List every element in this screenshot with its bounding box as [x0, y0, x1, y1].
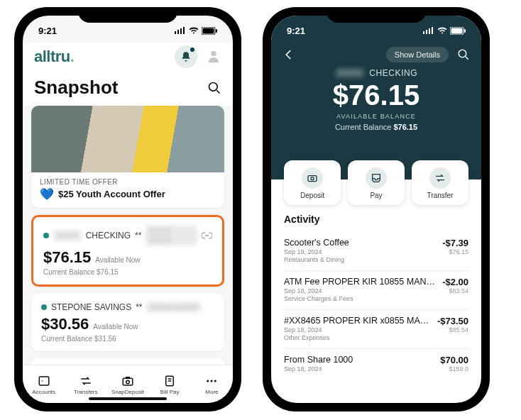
- transaction-row[interactable]: #XX8465 PROPER KIR x0855 MANCHESTER RD S…: [284, 310, 468, 349]
- account-card-savings-1[interactable]: STEPONE SAVINGS ** XXXX-XXXX $30.56 Avai…: [31, 294, 224, 351]
- account-card-savings-2[interactable]: STEP ONE SAVINGS $20.00: [31, 358, 224, 365]
- battery-icon: [202, 27, 217, 35]
- transaction-row[interactable]: Scooter's Coffee Sep 19, 2024 Restaurant…: [284, 232, 468, 271]
- status-dot-icon: [43, 233, 49, 238]
- offer-eyebrow: LIMITED TIME OFFER: [40, 178, 216, 186]
- heart-icon: 💙: [40, 187, 54, 201]
- svg-point-8: [209, 82, 218, 91]
- phone-left: 9:21 alltru. Snapshot: [14, 7, 241, 411]
- action-deposit[interactable]: Deposit: [284, 160, 341, 205]
- transaction-title: #XX8465 PROPER KIR x0855 MANCHESTER RD S…: [284, 316, 432, 326]
- inbox-icon: [371, 172, 382, 184]
- link-icon: [202, 231, 212, 240]
- svg-rect-21: [423, 31, 424, 34]
- transfers-icon: [79, 375, 92, 387]
- transaction-title: ATM Fee PROPER KIR 10855 MANCHESTER RD S…: [284, 277, 437, 287]
- svg-line-29: [466, 57, 468, 60]
- tab-accounts[interactable]: Accounts: [23, 375, 65, 395]
- available-label: Available Now: [95, 256, 140, 264]
- quick-actions: Deposit Pay Transfer: [271, 160, 481, 205]
- billpay-icon: [163, 375, 176, 387]
- activity-section[interactable]: Activity Scooter's Coffee Sep 19, 2024 R…: [271, 179, 481, 403]
- status-icons: [423, 27, 466, 35]
- svg-rect-12: [123, 378, 133, 385]
- show-details-button[interactable]: Show Details: [386, 47, 449, 62]
- svg-point-18: [207, 380, 209, 382]
- wifi-icon: [437, 27, 447, 34]
- account-card-checking[interactable]: XXXX CHECKING ** XXXX XXXX $76.15 Availa…: [31, 215, 224, 287]
- content-scroll[interactable]: LIMITED TIME OFFER 💙 $25 Youth Account O…: [23, 106, 233, 365]
- svg-point-7: [211, 51, 216, 56]
- svg-rect-0: [175, 31, 176, 34]
- battery-icon: [450, 27, 466, 35]
- account-amount: $30.56: [41, 315, 89, 333]
- transaction-balance: $76.15: [442, 248, 468, 255]
- account-prefix-redacted: XXXX: [335, 68, 365, 78]
- home-indicator[interactable]: [89, 397, 167, 400]
- svg-rect-6: [216, 29, 217, 33]
- svg-rect-1: [177, 30, 179, 34]
- svg-rect-30: [308, 176, 317, 182]
- transaction-title: From Share 1000: [284, 355, 434, 365]
- title-row: Snapshot: [23, 74, 233, 106]
- notifications-button[interactable]: [175, 45, 197, 68]
- transaction-title: Scooter's Coffee: [284, 238, 437, 248]
- notification-badge: [190, 48, 194, 52]
- offer-card[interactable]: LIMITED TIME OFFER 💙 $25 Youth Account O…: [31, 106, 224, 208]
- back-button[interactable]: [283, 48, 295, 61]
- profile-button[interactable]: [206, 49, 221, 65]
- status-time: 9:21: [38, 26, 57, 36]
- svg-point-11: [42, 380, 43, 382]
- svg-rect-22: [426, 30, 427, 34]
- account-amount: $76.15: [43, 248, 91, 267]
- page-title: Snapshot: [34, 77, 118, 99]
- available-label: Available Now: [93, 323, 138, 331]
- transaction-row[interactable]: ATM Fee PROPER KIR 10855 MANCHESTER RD S…: [284, 271, 468, 310]
- status-dot-icon: [41, 304, 47, 310]
- transaction-balance: $85.54: [437, 326, 468, 333]
- svg-line-9: [216, 90, 219, 93]
- search-button[interactable]: [457, 48, 470, 61]
- account-mask: **: [136, 302, 142, 312]
- action-pay[interactable]: Pay: [348, 160, 405, 205]
- bell-icon: [180, 51, 192, 62]
- current-balance-label: Current Balance $76.15: [43, 268, 212, 276]
- search-button[interactable]: [207, 81, 221, 95]
- phone-right: 9:21 Show Details XXXX CHECKING: [263, 7, 490, 411]
- notch: [327, 7, 426, 23]
- available-amount: $76.15: [271, 79, 481, 111]
- action-transfer[interactable]: Transfer: [412, 160, 468, 205]
- notch: [78, 7, 177, 23]
- transaction-balance: $83.54: [442, 287, 468, 294]
- svg-rect-24: [432, 27, 433, 34]
- camera-icon: [307, 172, 318, 184]
- svg-rect-23: [429, 28, 430, 34]
- account-name-row: XXXX CHECKING: [271, 68, 481, 78]
- transaction-row[interactable]: From Share 1000 Sep 18, 2024 $70.00 $159…: [284, 349, 468, 380]
- account-name: CHECKING: [86, 231, 131, 241]
- account-prefix-redacted: XXXX: [53, 231, 82, 241]
- brand-logo: alltru.: [34, 48, 74, 66]
- tab-more[interactable]: More: [191, 375, 233, 395]
- available-caption: AVAILABLE BALANCE: [271, 113, 481, 120]
- svg-point-20: [214, 380, 216, 382]
- detail-nav: Show Details: [271, 43, 481, 67]
- current-balance-label: Current Balance $31.56: [41, 335, 214, 343]
- svg-point-19: [211, 380, 213, 382]
- wifi-icon: [189, 27, 199, 34]
- offer-image: [31, 106, 224, 172]
- account-tail-redacted: XXXX XXXX: [146, 226, 197, 245]
- camera-icon: [121, 375, 134, 387]
- transaction-balance: $159.0: [440, 365, 468, 372]
- account-tail-redacted: XXXX-XXXX: [146, 302, 200, 312]
- tab-snapdeposit[interactable]: SnapDeposit: [106, 375, 148, 395]
- tab-billpay[interactable]: Bill Pay: [149, 375, 191, 395]
- screen-snapshot: 9:21 alltru. Snapshot: [23, 16, 233, 403]
- svg-rect-10: [39, 377, 49, 385]
- transfer-icon: [434, 172, 446, 184]
- offer-title: $25 Youth Account Offer: [58, 189, 165, 199]
- signal-icon: [423, 27, 434, 34]
- svg-point-31: [311, 177, 314, 180]
- tab-transfers[interactable]: Transfers: [65, 375, 106, 395]
- transaction-amount: -$2.00: [442, 277, 468, 287]
